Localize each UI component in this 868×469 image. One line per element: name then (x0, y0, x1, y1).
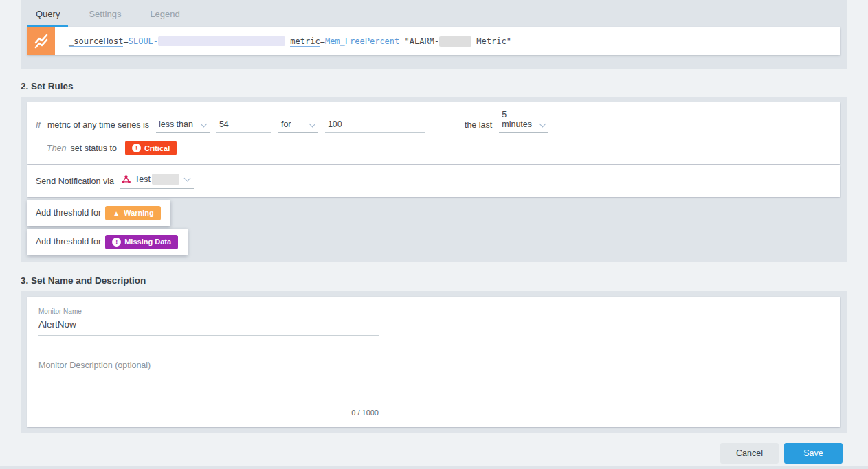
query-input[interactable]: _sourceHost=SEOUL- metric=Mem_FreePercen… (55, 27, 511, 55)
metrics-query-icon (27, 27, 55, 55)
webhook-icon (121, 174, 131, 185)
monitor-description-input[interactable] (38, 361, 379, 404)
rule-if-row: If metric of any time series is less tha… (36, 112, 832, 133)
tab-settings[interactable]: Settings (89, 0, 121, 27)
time-window-dropdown[interactable]: 5 minutes (499, 110, 548, 133)
save-button[interactable]: Save (784, 443, 843, 464)
critical-status-badge[interactable]: ! Critical (125, 141, 177, 155)
warning-badge[interactable]: ▲ Warning (105, 206, 161, 220)
add-threshold-label: Add threshold for (36, 208, 101, 218)
missing-data-badge[interactable]: ! Missing Data (105, 235, 178, 249)
redacted-alarm-id (439, 36, 471, 47)
rule-then-row: Then set status to ! Critical (47, 141, 832, 155)
then-word: Then (47, 144, 67, 153)
tab-legend[interactable]: Legend (150, 0, 179, 27)
notification-value: Test (135, 174, 151, 184)
tab-bar: Query Settings Legend (21, 0, 847, 27)
rule-condition-card: If metric of any time series is less tha… (27, 102, 840, 164)
notification-select[interactable]: Test (120, 174, 194, 189)
chevron-down-icon[interactable] (183, 174, 190, 181)
if-condition-text: metric of any time series is (47, 120, 149, 133)
query-field-metric: metric (290, 36, 320, 47)
cancel-button[interactable]: Cancel (720, 443, 779, 464)
add-missing-data-threshold-button[interactable]: Add threshold for ! Missing Data (27, 229, 188, 255)
query-value-metric: Mem_FreePercent (325, 36, 399, 46)
chevron-down-icon[interactable] (539, 121, 546, 128)
query-equals: = (123, 36, 128, 46)
add-warning-threshold-button[interactable]: Add threshold for ▲ Warning (27, 200, 170, 226)
then-text: set status to (71, 144, 117, 153)
query-field-sourcehost: _sourceHost (69, 36, 123, 47)
chevron-down-icon[interactable] (200, 121, 207, 128)
warning-icon: ▲ (112, 209, 120, 218)
window-prefix-text: the last (465, 120, 492, 133)
threshold-input[interactable] (216, 119, 271, 133)
missing-data-icon: ! (112, 238, 121, 247)
footer-actions: Cancel Save (0, 443, 868, 464)
if-word: If (36, 120, 41, 133)
redacted-sourcehost-value (158, 36, 285, 46)
description-char-counter: 0 / 1000 (38, 409, 379, 417)
query-row: _sourceHost=SEOUL- metric=Mem_FreePercen… (27, 27, 840, 55)
query-literal-alarm: "ALARM- (399, 36, 439, 46)
chevron-down-icon[interactable] (309, 121, 315, 128)
notification-card: Send Notification via Test (27, 165, 840, 197)
rules-panel: If metric of any time series is less tha… (21, 97, 847, 262)
operator-dropdown[interactable]: less than (156, 119, 210, 133)
query-literal-metric: Metric" (471, 36, 511, 46)
occurrence-value-input[interactable] (325, 119, 425, 133)
add-threshold-label: Add threshold for (36, 237, 101, 247)
redacted-notification-name (152, 174, 179, 185)
critical-icon: ! (132, 144, 141, 152)
query-panel: Query Settings Legend _sourceHost=SEOUL-… (21, 0, 847, 69)
notification-label: Send Notification via (36, 176, 114, 186)
tab-query[interactable]: Query (36, 0, 60, 27)
query-value-sourcehost: SEOUL- (129, 36, 158, 46)
occurrence-type-dropdown[interactable]: for (278, 119, 318, 133)
set-rules-heading: 2. Set Rules (21, 81, 868, 91)
name-panel: Monitor Name 0 / 1000 (21, 291, 847, 433)
query-equals: = (320, 36, 325, 46)
bottom-edge-strip (0, 466, 868, 469)
monitor-name-input[interactable] (38, 315, 379, 336)
monitor-name-label: Monitor Name (38, 308, 829, 315)
name-card: Monitor Name 0 / 1000 (27, 297, 840, 427)
set-name-heading: 3. Set Name and Description (21, 275, 868, 286)
